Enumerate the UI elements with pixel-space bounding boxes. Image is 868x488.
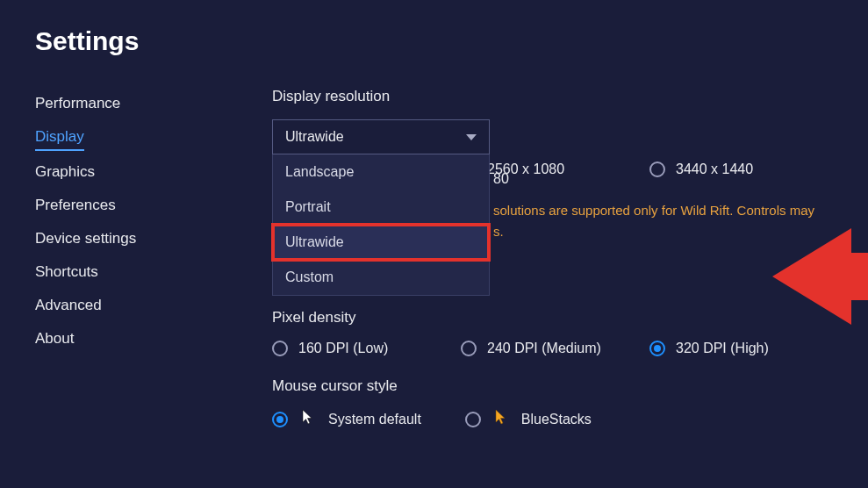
dpi-option-240[interactable]: 240 DPI (Medium) [461,341,649,356]
cursor-orange-icon [493,409,509,429]
radio-icon-checked [272,412,288,427]
pixel-density-label: Pixel density [272,309,833,327]
radio-label: 160 DPI (Low) [298,341,388,356]
radio-icon [465,412,481,427]
settings-nav: Performance Display Graphics Preferences… [35,87,272,355]
radio-label: System default [328,412,421,427]
nav-item-shortcuts[interactable]: Shortcuts [35,255,98,289]
dropdown-option-ultrawide[interactable]: Ultrawide [273,225,489,260]
cursor-option-bluestacks[interactable]: BlueStacks [465,409,592,429]
dropdown-trigger[interactable]: Ultrawide [272,119,490,154]
nav-item-about[interactable]: About [35,322,74,355]
dropdown-list: Landscape Portrait Ultrawide Custom [272,154,490,296]
radio-icon [649,161,665,177]
mouse-cursor-label: Mouse cursor style [272,377,833,395]
cursor-white-icon [300,409,316,429]
chevron-down-icon [466,134,477,140]
dpi-option-160[interactable]: 160 DPI (Low) [272,341,461,356]
radio-icon [272,341,288,356]
dropdown-option-portrait[interactable]: Portrait [273,190,489,225]
nav-item-advanced[interactable]: Advanced [35,289,102,322]
radio-icon [461,341,477,356]
nav-item-device-settings[interactable]: Device settings [35,222,136,255]
dropdown-selected-value: Ultrawide [285,129,344,145]
nav-item-performance[interactable]: Performance [35,87,120,120]
ultrawide-warning: solutions are supported only for Wild Ri… [493,200,814,242]
dropdown-option-custom[interactable]: Custom [273,260,489,295]
radio-label: BlueStacks [521,412,592,427]
radio-label: 320 DPI (High) [676,341,769,356]
radio-icon-checked [649,341,665,356]
dpi-option-320[interactable]: 320 DPI (High) [649,341,769,356]
resolution-option-3440x1440[interactable]: 3440 x 1440 [649,161,753,177]
resolution-mode-dropdown[interactable]: Ultrawide Landscape Portrait Ultrawide C… [272,119,490,154]
nav-item-display[interactable]: Display [35,120,84,151]
display-resolution-label: Display resolution [272,88,833,105]
recommended-fragment: 80 [493,171,509,187]
radio-label: 240 DPI (Medium) [487,341,601,356]
radio-label: 3440 x 1440 [676,161,753,177]
nav-item-graphics[interactable]: Graphics [35,155,95,189]
dropdown-option-landscape[interactable]: Landscape [273,154,489,190]
page-title: Settings [35,26,272,56]
nav-item-preferences[interactable]: Preferences [35,189,116,222]
cursor-option-system[interactable]: System default [272,409,421,429]
